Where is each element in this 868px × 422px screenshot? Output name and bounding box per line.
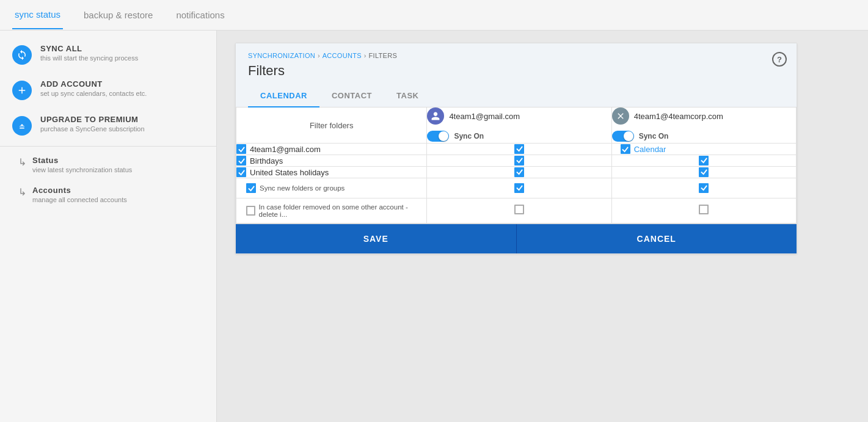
nav-backup-restore[interactable]: backup & restore	[81, 1, 155, 29]
extra-filter-gmail-check-1	[427, 198, 611, 224]
arrow-icon: ↳	[18, 186, 26, 198]
top-navigation: sync status backup & restore notificatio…	[0, 0, 868, 31]
folder-label-us-holidays: United States holidays	[236, 167, 427, 178]
breadcrumb: SYNCHRONIZATION › ACCOUNTS › FILTERS	[248, 52, 784, 59]
gmail-header-top: 4team1@gmail.com	[427, 107, 611, 125]
extra-filter-row-1-container: In case folder removed on some other acc…	[236, 198, 797, 224]
folder-name-birthdays: Birthdays	[250, 156, 283, 166]
gmail-sync-toggle[interactable]	[427, 131, 449, 142]
tabs: CALENDAR CONTACT TASK	[248, 85, 784, 107]
sidebar-item-sync-all[interactable]: SYNC ALL this will start the syncing pro…	[0, 37, 216, 72]
status-title: Status	[32, 156, 132, 165]
extra-filter-name-1: In case folder removed on some other acc…	[259, 203, 417, 218]
tab-task[interactable]: TASK	[384, 85, 431, 107]
sidebar-item-add-account[interactable]: ADD ACCOUNT set up sync calendars, conta…	[0, 72, 216, 107]
folder-checkbox-label-birthdays[interactable]	[236, 156, 246, 166]
tab-calendar[interactable]: CALENDAR	[248, 85, 319, 107]
sidebar-item-status[interactable]: ↳ Status view latest synchronization sta…	[0, 150, 216, 180]
sync-icon	[12, 45, 32, 65]
corp-sync-toggle-row: Sync On	[612, 129, 796, 143]
filters-panel: SYNCHRONIZATION › ACCOUNTS › FILTERS Fil…	[235, 43, 797, 254]
extra-filter-name-0: Sync new folders or groups	[260, 184, 345, 192]
corp-account-header: 4team1@4teamcorp.com Sync On	[611, 107, 796, 144]
corp-email: 4team1@4teamcorp.com	[634, 112, 723, 121]
main-layout: SYNC ALL this will start the syncing pro…	[0, 31, 868, 422]
nav-sync-status[interactable]: sync status	[12, 1, 63, 29]
filter-folders-heading: Filter folders	[310, 114, 354, 133]
corp-folder-checkbox-0[interactable]	[621, 144, 630, 154]
corp-extra-checkbox-1[interactable]	[699, 205, 709, 214]
sync-all-title: SYNC ALL	[40, 44, 138, 53]
folder-row-label-gmail: 4team1@gmail.com	[236, 144, 426, 154]
breadcrumb-accounts[interactable]: ACCOUNTS	[323, 52, 362, 59]
upgrade-subtitle: purchase a SyncGene subscription	[40, 125, 145, 133]
gmail-folder-checkbox-0[interactable]	[514, 144, 524, 154]
upgrade-title: UPGRADE TO PREMIUM	[40, 115, 145, 124]
filter-folders-label: Filter folders	[236, 107, 427, 144]
extra-filter-row-0: Sync new folders or groups	[246, 183, 417, 193]
help-icon[interactable]: ?	[772, 52, 787, 67]
breadcrumb-sync[interactable]: SYNCHRONIZATION	[248, 52, 315, 59]
accounts-text: Accounts manage all connected accounts	[32, 186, 127, 203]
breadcrumb-filters: FILTERS	[369, 52, 398, 59]
folder-label-birthdays: Birthdays	[236, 155, 427, 167]
status-text: Status view latest synchronization statu…	[32, 156, 132, 173]
save-button[interactable]: SAVE	[236, 224, 516, 253]
folder-corp-check-2	[611, 167, 796, 178]
sidebar-item-accounts[interactable]: ↳ Accounts manage all connected accounts	[0, 180, 216, 209]
corp-folder-label-0: Calendar	[634, 145, 666, 154]
cancel-button[interactable]: CANCEL	[516, 224, 797, 253]
panel-footer: SAVE CANCEL	[236, 224, 797, 253]
folder-name-us-holidays: United States holidays	[250, 168, 329, 177]
folder-row-label-us-holidays: United States holidays	[236, 167, 426, 177]
sidebar-item-upgrade[interactable]: UPGRADE TO PREMIUM purchase a SyncGene s…	[0, 107, 216, 143]
folder-checkbox-label-us-holidays[interactable]	[236, 167, 246, 177]
account-header-row: Filter folders 4team1@gmail.com	[236, 107, 797, 144]
sidebar: SYNC ALL this will start the syncing pro…	[0, 31, 217, 422]
extra-filter-checkbox-label-1[interactable]	[246, 206, 255, 216]
upgrade-text: UPGRADE TO PREMIUM purchase a SyncGene s…	[40, 115, 145, 133]
gmail-sync-label: Sync On	[454, 132, 484, 140]
corp-toggle-thumb	[624, 131, 633, 141]
extra-filter-label-0: Sync new folders or groups	[236, 178, 427, 198]
add-account-title: ADD ACCOUNT	[40, 79, 147, 89]
folder-gmail-check	[427, 144, 611, 155]
folder-row-birthdays: Birthdays	[236, 155, 797, 167]
folder-gmail-check-2	[427, 167, 611, 178]
extra-filter-checkbox-label-0[interactable]	[246, 183, 256, 193]
gmail-email: 4team1@gmail.com	[449, 112, 520, 121]
gmail-account-header: 4team1@gmail.com Sync On	[427, 107, 611, 144]
extra-filter-gmail-check-0	[427, 178, 611, 198]
panel-header: SYNCHRONIZATION › ACCOUNTS › FILTERS Fil…	[236, 43, 797, 107]
corp-sync-label: Sync On	[639, 132, 669, 140]
corp-folder-checkbox-2[interactable]	[699, 167, 709, 177]
folder-label-gmail: 4team1@gmail.com	[236, 144, 427, 155]
gmail-extra-checkbox-1[interactable]	[514, 205, 524, 214]
accounts-subtitle: manage all connected accounts	[32, 196, 127, 203]
filter-table-scroll[interactable]: Filter folders 4team1@gmail.com	[236, 107, 797, 224]
gmail-folder-checkbox-2[interactable]	[514, 167, 524, 177]
corp-extra-checkbox-0[interactable]	[699, 183, 709, 193]
corp-folder-checkbox-1[interactable]	[699, 156, 709, 166]
gmail-extra-checkbox-0[interactable]	[514, 183, 524, 193]
corp-toggle-track	[612, 131, 634, 142]
folder-corp-check-1	[611, 155, 796, 167]
corp-avatar	[612, 107, 629, 125]
tab-contact[interactable]: CONTACT	[319, 85, 384, 107]
gmail-folder-checkbox-1[interactable]	[514, 156, 524, 166]
nav-notifications[interactable]: notifications	[173, 1, 227, 29]
gmail-toggle-thumb	[439, 131, 448, 141]
folder-row-label-birthdays: Birthdays	[236, 156, 426, 166]
folder-checkbox-label-gmail[interactable]	[236, 144, 246, 154]
corp-sync-toggle[interactable]	[612, 131, 634, 142]
panel-title: Filters	[248, 63, 784, 79]
sync-all-subtitle: this will start the syncing process	[40, 54, 138, 62]
extra-filter-corp-check-0	[611, 178, 796, 198]
gmail-avatar	[427, 107, 444, 125]
gmail-toggle-track	[427, 131, 449, 142]
status-subtitle: view latest synchronization status	[32, 166, 132, 173]
arrow-icon: ↳	[18, 156, 26, 168]
gmail-sync-toggle-row: Sync On	[427, 129, 611, 143]
folder-name-gmail: 4team1@gmail.com	[250, 145, 321, 154]
sidebar-divider	[0, 146, 216, 147]
